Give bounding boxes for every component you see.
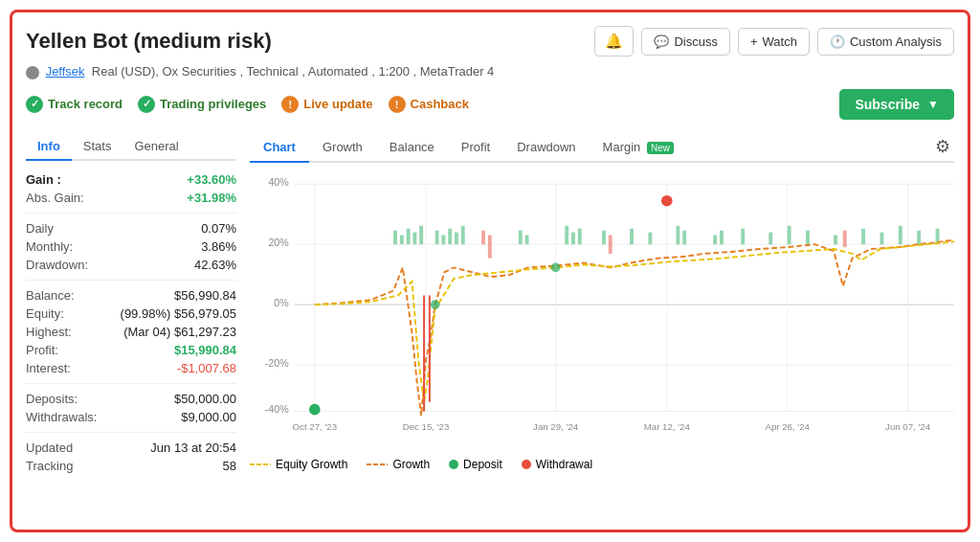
svg-point-61 xyxy=(661,195,673,207)
tab-general[interactable]: General xyxy=(122,133,189,161)
main-container: Yellen Bot (medium risk) 🔔 💬 Discuss + W… xyxy=(10,10,970,532)
legend-deposit-icon xyxy=(449,460,458,469)
svg-rect-55 xyxy=(880,232,884,244)
balance-row: Balance: $56,990.84 xyxy=(26,286,236,305)
svg-text:40%: 40% xyxy=(268,176,289,188)
daily-value: 0.07% xyxy=(201,221,236,236)
abs-gain-row: Abs. Gain: +31.98% xyxy=(26,189,236,207)
legend-withdrawal-label: Withdrawal xyxy=(536,458,592,471)
daily-row: Daily 0.07% xyxy=(26,219,236,237)
warn-icon-cashback: ! xyxy=(389,96,406,113)
svg-text:-40%: -40% xyxy=(265,403,289,415)
svg-rect-33 xyxy=(481,230,485,244)
svg-rect-29 xyxy=(441,235,445,244)
warn-icon-live: ! xyxy=(281,96,299,113)
highest-label: Highest: xyxy=(26,325,72,339)
withdrawals-row: Withdrawals: $9,000.00 xyxy=(26,408,236,426)
svg-point-64 xyxy=(551,262,561,272)
svg-rect-36 xyxy=(525,235,529,244)
svg-rect-25 xyxy=(407,228,411,243)
left-tabs: Info Stats General xyxy=(26,133,236,161)
equity-value: (99.98%) $56,979.05 xyxy=(121,306,236,321)
tab-stats[interactable]: Stats xyxy=(72,133,123,161)
settings-icon[interactable]: ⚙ xyxy=(931,136,954,157)
updated-label: Updated xyxy=(26,440,73,455)
monthly-row: Monthly: 3.86% xyxy=(26,237,236,256)
svg-rect-50 xyxy=(788,225,791,243)
tab-margin[interactable]: Margin New xyxy=(590,133,687,163)
legend-growth-icon xyxy=(367,460,388,469)
daily-label: Daily xyxy=(26,221,54,236)
right-panel: Chart Growth Balance Profit Drawdown Mar… xyxy=(250,133,954,496)
tab-growth[interactable]: Growth xyxy=(309,133,376,163)
equity-label: Equity: xyxy=(26,306,64,321)
legend-deposit: Deposit xyxy=(449,458,502,471)
abs-gain-value: +31.98% xyxy=(187,191,236,205)
watch-button[interactable]: + Watch xyxy=(738,28,810,56)
svg-point-67 xyxy=(449,460,458,469)
svg-rect-45 xyxy=(682,230,686,244)
tab-balance[interactable]: Balance xyxy=(376,133,448,163)
chart-legend: Equity Growth Growth Deposit xyxy=(250,458,954,471)
badges-row: ✓ Track record ✓ Trading privileges ! Li… xyxy=(26,89,954,120)
svg-rect-47 xyxy=(720,230,724,244)
equity-row: Equity: (99.98%) $56,979.05 xyxy=(26,305,236,323)
svg-text:Dec 15, '23: Dec 15, '23 xyxy=(403,421,450,432)
svg-rect-37 xyxy=(565,225,568,243)
gain-value: +33.60% xyxy=(187,172,236,187)
legend-growth-label: Growth xyxy=(392,458,430,471)
page-title: Yellen Bot (medium risk) xyxy=(26,29,272,54)
svg-rect-46 xyxy=(713,235,717,244)
stats-table: Gain : +33.60% Abs. Gain: +31.98% Daily … xyxy=(26,170,236,475)
custom-analysis-button[interactable]: 🕐 Custom Analysis xyxy=(817,28,954,56)
svg-rect-41 xyxy=(609,235,612,253)
svg-text:Jun 07, '24: Jun 07, '24 xyxy=(885,421,931,432)
svg-point-68 xyxy=(522,460,531,469)
balance-value: $56,990.84 xyxy=(174,288,236,303)
subtitle: Jeffsek Real (USD), Ox Securities , Tech… xyxy=(26,64,954,79)
legend-deposit-label: Deposit xyxy=(463,458,502,471)
discuss-button[interactable]: 💬 Discuss xyxy=(641,28,730,56)
drawdown-label: Drawdown: xyxy=(26,258,88,272)
track-record-badge: ✓ Track record xyxy=(26,96,122,113)
tab-info[interactable]: Info xyxy=(26,133,72,161)
svg-rect-39 xyxy=(578,228,582,243)
svg-rect-32 xyxy=(461,225,465,243)
abs-gain-label: Abs. Gain: xyxy=(26,191,84,205)
tab-profit[interactable]: Profit xyxy=(448,133,503,163)
clock-icon: 🕐 xyxy=(830,34,845,49)
plus-icon: + xyxy=(750,34,758,49)
user-link[interactable]: Jeffsek xyxy=(46,64,85,79)
tracking-value: 58 xyxy=(223,459,236,473)
svg-text:Oct 27, '23: Oct 27, '23 xyxy=(293,421,337,432)
svg-text:Apr 26, '24: Apr 26, '24 xyxy=(765,421,810,432)
cashback-badge: ! Cashback xyxy=(389,96,469,113)
chart-area: 40% 20% 0% -20% -40% Oct 27, '23 Dec 15,… xyxy=(250,170,954,496)
tracking-row: Tracking 58 xyxy=(26,457,236,475)
bell-button[interactable]: 🔔 xyxy=(594,26,634,56)
svg-rect-54 xyxy=(861,228,865,243)
monthly-label: Monthly: xyxy=(26,239,73,254)
svg-rect-28 xyxy=(435,230,439,244)
check-icon-trading: ✓ xyxy=(138,96,155,113)
tab-drawdown[interactable]: Drawdown xyxy=(503,133,589,163)
header-actions: 🔔 💬 Discuss + Watch 🕐 Custom Analysis xyxy=(594,26,954,56)
new-badge: New xyxy=(647,142,674,154)
svg-rect-52 xyxy=(834,235,837,244)
svg-rect-24 xyxy=(400,235,404,244)
svg-rect-30 xyxy=(448,228,452,243)
legend-equity-label: Equity Growth xyxy=(276,458,347,471)
svg-text:Jan 29, '24: Jan 29, '24 xyxy=(533,421,579,432)
drawdown-row: Drawdown: 42.63% xyxy=(26,256,236,274)
subscribe-button[interactable]: Subscribe ▼ xyxy=(839,89,954,120)
deposits-value: $50,000.00 xyxy=(174,392,236,406)
right-tabs: Chart Growth Balance Profit Drawdown Mar… xyxy=(250,133,954,163)
interest-label: Interest: xyxy=(26,361,71,375)
drawdown-value: 42.63% xyxy=(194,258,236,272)
svg-rect-48 xyxy=(741,228,745,243)
updated-row: Updated Jun 13 at 20:54 xyxy=(26,439,236,457)
tab-chart[interactable]: Chart xyxy=(250,133,309,163)
svg-point-63 xyxy=(431,300,440,309)
svg-rect-56 xyxy=(899,225,902,243)
profit-label: Profit: xyxy=(26,343,58,357)
